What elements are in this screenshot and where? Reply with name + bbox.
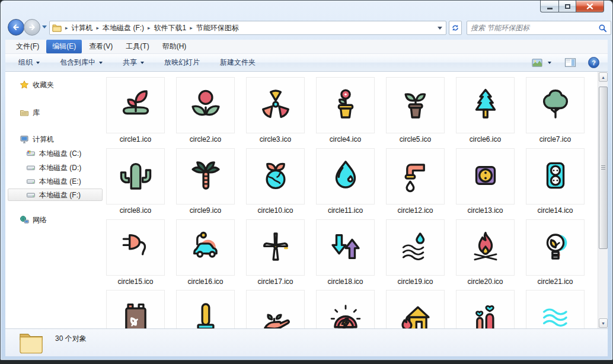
menu-item[interactable]: 查看(V) [83, 40, 119, 53]
menu-item[interactable]: 编辑(E) [46, 40, 82, 53]
scrollbar-thumb[interactable] [599, 87, 608, 249]
forward-button[interactable] [24, 19, 40, 36]
menu-bar: 文件(F)编辑(E)查看(V)工具(T)帮助(H) [5, 40, 608, 54]
address-dropdown-caret-icon[interactable] [438, 27, 442, 30]
file-item[interactable] [176, 219, 235, 276]
star-icon [20, 80, 29, 90]
file-item[interactable] [316, 290, 375, 328]
caption-buttons [540, 1, 604, 12]
maximize-button[interactable] [558, 1, 576, 12]
item-count-text: 30 个对象 [55, 334, 87, 344]
address-bar[interactable]: ▸计算机▸本地磁盘 (F:)▸软件下载1▸节能环保图标 [49, 21, 446, 35]
file-name: circle11.ico [310, 206, 381, 215]
file-item[interactable] [456, 148, 515, 205]
file-item[interactable] [316, 219, 375, 276]
file-item[interactable] [456, 290, 515, 328]
file-item[interactable] [316, 148, 375, 205]
breadcrumb-segment[interactable]: 本地磁盘 (F:) [103, 23, 144, 33]
crumb-separator-icon: ▸ [190, 25, 193, 31]
crumb-separator-icon: ▸ [97, 25, 100, 31]
menu-item[interactable]: 帮助(H) [157, 40, 193, 53]
preview-pane-icon [564, 58, 576, 68]
sidebar-item[interactable]: 本地磁盘 (F:) [26, 189, 81, 201]
recent-pages-caret-icon[interactable] [42, 25, 47, 28]
file-item[interactable] [176, 77, 235, 133]
file-item[interactable] [176, 148, 235, 205]
file-item[interactable] [246, 219, 305, 276]
vertical-scrollbar[interactable]: ▲ ▼ [598, 72, 608, 328]
file-item[interactable] [176, 290, 235, 328]
file-item[interactable] [106, 77, 165, 133]
file-item[interactable] [526, 219, 585, 276]
computer-icon [20, 135, 29, 144]
toolbar-button[interactable]: 新建文件夹 [214, 55, 261, 71]
file-item[interactable] [526, 77, 585, 133]
refresh-icon [451, 24, 459, 32]
file-item[interactable] [456, 77, 515, 133]
file-item[interactable] [246, 148, 305, 205]
change-view-button[interactable] [529, 57, 554, 69]
refresh-button[interactable] [449, 21, 462, 35]
preview-pane-button[interactable] [562, 56, 579, 69]
folder-icon [52, 24, 62, 32]
file-item[interactable] [246, 77, 305, 133]
crumb-separator-icon: ▸ [148, 25, 151, 31]
wind-turbine-icon [257, 228, 294, 267]
scroll-up-button[interactable]: ▲ [599, 72, 608, 82]
file-item[interactable] [386, 219, 445, 276]
breadcrumb-segment[interactable]: 软件下载1 [154, 23, 187, 33]
water-drop-icon [327, 157, 364, 196]
file-item[interactable] [526, 148, 585, 205]
sidebar-item[interactable]: 本地磁盘 (D:) [26, 162, 81, 174]
breadcrumb-segment[interactable]: 计算机 [72, 23, 93, 33]
toolbar-button[interactable]: 包含到库中 [54, 55, 108, 71]
file-name: circle15.ico [100, 277, 171, 286]
file-item[interactable] [526, 290, 585, 328]
file-item[interactable] [246, 290, 305, 328]
sidebar-item[interactable]: 本地磁盘 (E:) [26, 175, 81, 187]
toolbar-button-label: 包含到库中 [60, 58, 95, 68]
menu-item[interactable]: 工具(T) [120, 40, 155, 53]
toolbar-button[interactable]: 共享 [117, 55, 150, 71]
file-name: circle1.ico [100, 135, 171, 144]
file-item[interactable] [456, 219, 515, 276]
sidebar-item[interactable]: 计算机 [20, 133, 54, 145]
menu-item[interactable]: 文件(F) [10, 40, 45, 53]
sidebar-item-label: 网络 [33, 215, 47, 225]
sidebar-item[interactable]: 收藏夹 [20, 79, 54, 91]
sidebar-item-label: 收藏夹 [33, 80, 54, 90]
sidebar-item[interactable]: 网络 [20, 214, 47, 226]
minimize-button[interactable] [540, 1, 558, 12]
file-item[interactable] [106, 219, 165, 276]
file-item[interactable] [386, 148, 445, 205]
toolbar-button[interactable]: 放映幻灯片 [158, 55, 206, 71]
help-button[interactable]: ? [588, 57, 599, 68]
scroll-down-button[interactable]: ▼ [599, 318, 608, 328]
file-item[interactable] [386, 290, 445, 328]
status-folder-icon [18, 330, 46, 357]
file-name: circle6.ico [450, 135, 521, 144]
drive-icon [26, 177, 36, 186]
toolbar-items: 组织包含到库中共享放映幻灯片新建文件夹 [12, 55, 270, 71]
dropdown-caret-icon [36, 62, 40, 64]
search-input[interactable]: 搜索 节能环保图标 [467, 21, 611, 35]
toolbar-button-label: 放映幻灯片 [164, 58, 200, 68]
toolbar-button[interactable]: 组织 [12, 55, 46, 71]
back-button[interactable] [8, 19, 24, 36]
close-button[interactable] [576, 1, 604, 12]
file-item[interactable] [106, 148, 165, 205]
breadcrumb-segment[interactable]: 节能环保图标 [196, 23, 239, 33]
file-item[interactable] [106, 290, 165, 328]
radiation-icon [257, 86, 294, 125]
file-name: circle19.ico [380, 277, 451, 286]
sidebar-item[interactable]: 库 [20, 107, 40, 119]
sidebar-item-label: 本地磁盘 (C:) [39, 149, 81, 159]
file-item[interactable] [316, 77, 375, 133]
file-name: circle12.ico [380, 206, 451, 215]
flower-icon [187, 86, 224, 125]
sidebar-item[interactable]: 本地磁盘 (C:) [26, 148, 81, 159]
hand-sprout-icon [257, 299, 294, 329]
sidebar-item-label: 计算机 [33, 135, 54, 145]
search-icon[interactable] [598, 24, 607, 33]
file-item[interactable] [386, 77, 445, 133]
